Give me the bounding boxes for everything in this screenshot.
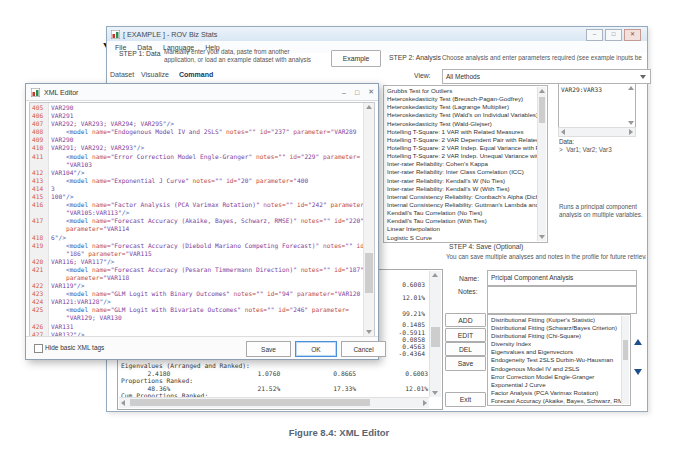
method-item[interactable]: Hotelling T-Square: 2 VAR Indep. Unequal…: [384, 152, 538, 160]
result-value-fragment: 0.1485: [402, 321, 425, 328]
method-item[interactable]: Heteroskedasticity Test (Wald-Glejser): [384, 120, 538, 128]
method-item[interactable]: Hotelling T-Square: 2 VAR Indep. Equal V…: [384, 144, 538, 152]
saved-analysis-item[interactable]: Distributional Fitting (Kuiper's Statist…: [488, 316, 622, 324]
view-dropdown[interactable]: All Methods: [442, 69, 651, 84]
xml-ok-button[interactable]: OK: [295, 341, 337, 357]
scrollbar-thumb[interactable]: [130, 399, 370, 406]
view-selected-value: All Methods: [446, 73, 480, 80]
results-vscrollbar[interactable]: [429, 271, 441, 397]
close-icon[interactable]: ✕: [368, 88, 374, 96]
xml-code-line: 411 <model name="Error Correction Model …: [30, 153, 364, 161]
method-item[interactable]: Internal Consistency Reliability: Cronba…: [384, 193, 538, 201]
scroll-up-icon[interactable]: [366, 105, 372, 109]
saved-analysis-item[interactable]: Forecast Accuracy (Akaike, Bayes, Schwar…: [488, 397, 622, 405]
tab-dataset[interactable]: Dataset: [110, 71, 134, 78]
edit-button[interactable]: EDIT: [445, 328, 486, 342]
saved-list-scrollbar[interactable]: [621, 316, 629, 404]
scroll-down-icon[interactable]: [539, 235, 545, 239]
editor-scrollbar[interactable]: [363, 103, 374, 336]
scroll-up-icon[interactable]: [432, 273, 438, 277]
code-text: parameter="VAR118: [48, 274, 129, 282]
move-down-icon[interactable]: [634, 369, 642, 375]
code-text: 3: [48, 185, 55, 193]
scroll-down-icon[interactable]: [366, 330, 372, 334]
saved-analysis-item[interactable]: Distributional Fitting (Schwarz/Bayes Cr…: [488, 324, 622, 332]
scrollbar-thumb[interactable]: [539, 97, 545, 123]
saved-analysis-item[interactable]: Endogeneity Test 2SLS Durbin-Wu-Hausman: [488, 356, 622, 364]
saved-analysis-item[interactable]: Distributional Fitting (Chi-Square): [488, 332, 622, 340]
maximize-icon[interactable]: □: [605, 29, 622, 41]
method-item[interactable]: Kendall's Tau Correlation (No Ties): [384, 209, 538, 217]
method-item[interactable]: Inter-rater Reliability: Kendall's W (Wi…: [384, 185, 538, 193]
method-item[interactable]: Inter-rater Reliability: Cohen's Kappa: [384, 160, 538, 168]
name-field[interactable]: Pricipal Component Analysis: [487, 270, 637, 286]
example-button[interactable]: Example: [331, 50, 381, 67]
maximize-icon[interactable]: □: [355, 89, 359, 96]
method-item[interactable]: Hotelling T-Square: 2 VAR Dependent Pair…: [384, 136, 538, 144]
method-item[interactable]: Grubbs Test for Outliers: [384, 87, 538, 95]
minimize-icon[interactable]: –: [342, 89, 346, 96]
xml-code-line: 407VAR292; VAR293; VAR294; VAR295"/>: [30, 120, 364, 128]
line-number: 422: [30, 282, 48, 290]
scroll-right-icon[interactable]: [423, 400, 427, 406]
tab-command[interactable]: Command: [179, 71, 213, 78]
method-item[interactable]: Inter-rater Reliability: Inter Class Cor…: [384, 168, 538, 176]
scroll-left-icon[interactable]: [121, 400, 125, 406]
saved-analysis-item[interactable]: Endogenous Model IV and 2SLS: [488, 365, 622, 373]
scroll-up-icon[interactable]: [539, 89, 545, 93]
methods-scrollbar[interactable]: [537, 87, 546, 241]
code-text: parameter="VAR114: [48, 225, 129, 233]
xml-code-line: "VAR103: [30, 161, 364, 169]
line-number: 417: [30, 217, 48, 225]
scrollbar-thumb[interactable]: [431, 327, 440, 347]
name-label: Name:: [459, 275, 479, 282]
hide-xml-tags-checkbox[interactable]: [34, 344, 43, 353]
saved-analysis-item[interactable]: Exponential J Curve: [488, 381, 622, 389]
close-icon[interactable]: ✕: [624, 29, 641, 41]
result-line: Proportions Ranked:: [121, 377, 429, 385]
method-item[interactable]: Hotelling T-Square: 1 VAR with Related M…: [384, 128, 538, 136]
parameters-input[interactable]: VAR29:VAR33: [558, 83, 636, 128]
step4-label: STEP 4: Save (Optional): [449, 243, 523, 250]
methods-list-items: Grubbs Test for OutliersHeteroskedastici…: [384, 87, 538, 242]
move-up-icon[interactable]: [634, 339, 642, 345]
method-item[interactable]: Heteroskedasticity Test (Breusch-Pagan-G…: [384, 95, 538, 103]
scrollbar-thumb[interactable]: [623, 340, 628, 360]
xml-code-area[interactable]: 405VAR290406VAR291407VAR292; VAR293; VAR…: [29, 102, 375, 337]
del-button[interactable]: DEL: [445, 342, 486, 356]
method-item[interactable]: Heteroskedasticity Test (Wald's on Indiv…: [384, 111, 538, 119]
add-button[interactable]: ADD: [445, 313, 486, 327]
save-button[interactable]: Save: [445, 356, 486, 371]
code-text: <model name="Exponential J Curve" notes=…: [48, 177, 308, 185]
method-item[interactable]: Linear Interpolation: [384, 225, 538, 233]
notes-field[interactable]: [487, 286, 637, 314]
xml-cancel-button[interactable]: Cancel: [341, 341, 386, 357]
method-item[interactable]: Kendall's Tau Correlation (With Ties): [384, 217, 538, 225]
minimize-icon[interactable]: –: [586, 29, 603, 41]
scroll-up-icon[interactable]: [628, 86, 634, 90]
code-text: VAR121:VAR128"/>: [48, 298, 111, 306]
method-item[interactable]: Internal Consistency Reliability: Guttma…: [384, 201, 538, 209]
scrollbar-thumb[interactable]: [365, 253, 373, 293]
parameters-hscrollbar[interactable]: [558, 127, 636, 137]
results-lines: Eigenvalues (Arranged and Ranked): 2.418…: [121, 362, 429, 400]
figure-caption: Figure 8.4: XML Editor: [0, 427, 678, 438]
scroll-down-icon[interactable]: [432, 391, 438, 395]
scroll-right-icon[interactable]: [629, 129, 633, 135]
xml-save-button[interactable]: Save: [246, 341, 291, 357]
method-item[interactable]: Logistic S Curve: [384, 234, 538, 242]
tab-visualize[interactable]: Visualize: [141, 71, 169, 78]
saved-analysis-item[interactable]: Factor Analysis (PCA Varimax Rotation): [488, 389, 622, 397]
scroll-left-icon[interactable]: [561, 129, 565, 135]
scroll-down-icon[interactable]: [628, 121, 634, 125]
results-hscrollbar[interactable]: [119, 397, 429, 408]
saved-analysis-item[interactable]: Diversity Index: [488, 340, 622, 348]
exit-button[interactable]: Exit: [445, 392, 486, 407]
saved-analyses-items: Distributional Fitting (Kuiper's Statist…: [488, 316, 622, 405]
method-item[interactable]: Inter-rater Reliability: Kendall's W (No…: [384, 177, 538, 185]
method-item[interactable]: Heteroskedasticity Test (Lagrange Multip…: [384, 103, 538, 111]
saved-analysis-item[interactable]: Eigenvalues and Eigenvectors: [488, 348, 622, 356]
xml-code-line: "VAR105:VAR113"/>: [30, 209, 364, 217]
code-text: VAR290: [48, 104, 73, 112]
saved-analysis-item[interactable]: Error Correction Model Engle-Granger: [488, 373, 622, 381]
